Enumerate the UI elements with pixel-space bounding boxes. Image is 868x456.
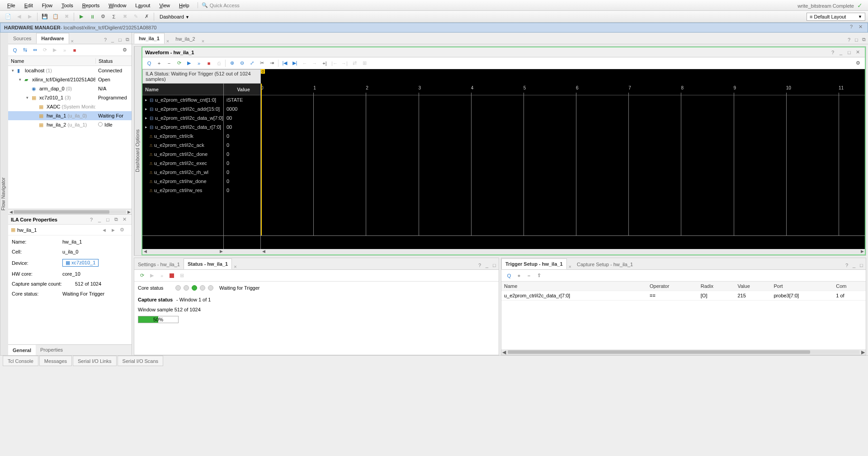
help-icon[interactable]: ? [846,36,854,44]
popout-icon[interactable]: ⧉ [114,216,121,222]
next-button[interactable]: ► [111,227,120,233]
signal-name-row[interactable]: ▸⊟u_e2prom_ctrl/i2c_data_w[7:0] [142,113,223,122]
menu-view[interactable]: View [155,1,175,9]
clear-button[interactable]: ✗ [141,12,152,22]
menu-help[interactable]: Help [175,1,194,9]
new-file-button[interactable]: 📄 [3,12,14,22]
stop-button[interactable] [167,271,177,280]
gear-icon[interactable]: ⚙ [853,59,863,68]
stop-button[interactable]: ■ [204,59,214,68]
maximize-icon[interactable]: □ [854,36,861,44]
tab-sources[interactable]: Sources [8,33,36,44]
help-icon[interactable]: ? [831,50,838,55]
flow-navigator-handle[interactable]: Flow Navigator [0,33,8,355]
waveform-scrollbar[interactable]: ◀ ▶ [261,249,865,254]
trigger-cell[interactable]: u_e2prom_ctrl/i2c_data_r[7:0] [501,291,647,301]
search-button[interactable]: Q [144,59,154,68]
trigger-cell[interactable]: 1 of [833,291,866,301]
tab-Settings---hw_ila_1[interactable]: Settings - hw_ila_1 [134,259,184,269]
play-all-button[interactable]: » [194,59,204,68]
tab-Capture-Setup---hw_ila_1[interactable]: Capture Setup - hw_ila_1 [573,259,637,269]
tab-Status---hw_ila_1[interactable]: Status - hw_ila_1 [184,259,232,269]
tab-close-icon[interactable]: × [567,264,573,269]
signal-name-row[interactable]: ▸⊟u_e2prom_ctrl/flow_cnt[1:0] [142,95,223,104]
tab-close-icon[interactable]: × [200,38,206,44]
go-end-button[interactable]: ▶| [290,59,300,68]
bottom-tab-serial-i/o-scans[interactable]: Serial I/O Scans [118,356,163,366]
hw-tree-item[interactable]: ▦hw_ila_2 (u_ila_1)Idle [8,120,132,129]
maximize-icon[interactable]: □ [859,261,866,269]
bottom-tab-serial-i/o-links[interactable]: Serial I/O Links [73,356,117,366]
settings-button[interactable]: ⚙ [98,12,108,22]
layout-dropdown[interactable]: ≡ Default Layout ▼ [807,13,865,21]
minimize-icon[interactable]: _ [98,217,104,222]
close-icon[interactable]: ✕ [123,216,129,222]
signal-name-row[interactable]: ⎍u_e2prom_ctrl/i2c_ack [142,141,223,150]
menu-reports[interactable]: Reports [78,1,104,9]
expand-all-button[interactable]: ⇔ [30,46,40,55]
signal-name-row[interactable]: ⎍u_e2prom_ctrl/rw_res [142,186,223,195]
trigger-cell[interactable]: 215 [735,291,771,301]
save-button[interactable]: 💾 [39,12,50,22]
export-button[interactable]: ⇪ [534,271,544,280]
remove-button[interactable]: − [164,59,174,68]
trigger-cell[interactable]: == [647,291,698,301]
quick-access[interactable]: 🔍 Quick Access [198,2,243,8]
cut-button[interactable]: ✂ [257,59,267,68]
menu-flow[interactable]: Flow [38,1,57,9]
play-button[interactable]: ▶ [184,59,194,68]
close-icon[interactable]: ✕ [857,24,864,31]
hardware-tree[interactable]: ▾▮localhost (1)Connected▾▰xilinx_tcf/Dig… [8,66,132,209]
tab-close-icon[interactable]: × [69,38,75,44]
tab-close-icon[interactable]: × [232,264,238,269]
bottom-tab-messages[interactable]: Messages [39,356,72,366]
tab-Trigger-Setup---hw_ila_1[interactable]: Trigger Setup - hw_ila_1 [501,259,567,269]
minimize-icon[interactable]: _ [840,50,846,55]
help-icon[interactable]: ? [844,261,851,269]
dashboard-dropdown[interactable]: Dashboard ▼ [156,13,193,21]
maximize-icon[interactable]: □ [106,217,113,222]
trigger-scrollbar[interactable]: ◀▶ [501,349,866,355]
menu-window[interactable]: Window [104,1,131,9]
zoom-out-button[interactable]: ⊖ [237,59,247,68]
close-icon[interactable]: ✕ [856,49,862,55]
waveform-chart[interactable]: 01234567891011 [261,84,865,235]
dashboard-options-handle[interactable]: Dashboard Options [134,47,142,255]
rerun-button[interactable]: ⟳ [137,271,147,280]
signal-name-row[interactable]: ▸⊟u_e2prom_ctrl/i2c_addr[15:0] [142,104,223,113]
run-all-button[interactable]: ⏸ [87,12,98,22]
horizontal-scrollbar[interactable]: ◀▶ [8,209,132,214]
hw-tree-item[interactable]: ▦XADC (System Monitor) [8,102,132,111]
help-icon[interactable]: ? [103,36,110,44]
signal-name-row[interactable]: ⎍u_e2prom_ctrl/i2c_rh_wl [142,168,223,177]
signal-name-row[interactable]: ⎍u_e2prom_ctrl/rw_done [142,177,223,186]
minimize-icon[interactable]: _ [110,36,117,44]
signal-name-row[interactable]: ⎍u_e2prom_ctrl/clk [142,132,223,141]
remove-button[interactable]: − [524,271,534,280]
marker-button[interactable]: ⇥ [267,59,277,68]
maximize-icon[interactable]: □ [117,36,124,44]
sigma-button[interactable]: Σ [108,12,119,22]
run-button[interactable]: ▶ [76,12,87,22]
hw-tree-item[interactable]: ◉arm_dap_0 (0)N/A [8,84,132,93]
menu-layout[interactable]: Layout [131,1,155,9]
add-marker-button[interactable]: +| [320,59,330,68]
hw-tree-item[interactable]: ▾▮localhost (1)Connected [8,66,132,75]
hw-tree-item[interactable]: ▾▦xc7z010_1 (3)Programmed [8,93,132,102]
waveform-cursor[interactable] [261,84,262,235]
minimize-icon[interactable]: _ [484,261,491,269]
minimize-icon[interactable]: _ [851,261,859,269]
help-icon[interactable]: ? [90,217,96,222]
signal-name-row[interactable]: ⎍u_e2prom_ctrl/i2c_done [142,150,223,159]
signal-name-row[interactable]: ⎍u_e2prom_ctrl/i2c_exec [142,159,223,168]
tab-general[interactable]: General [8,345,36,355]
search-button[interactable]: Q [10,46,20,55]
menu-tools[interactable]: Tools [57,1,78,9]
trigger-cell[interactable]: probe3[7:0] [771,291,833,301]
zoom-fit-button[interactable]: ⤢ [247,59,257,68]
tab-close-icon[interactable]: × [165,38,171,44]
go-start-button[interactable]: |◀ [280,59,290,68]
popout-icon[interactable]: ⧉ [861,35,868,44]
tab-hardware[interactable]: Hardware [36,33,69,44]
add-button[interactable]: + [514,271,524,280]
